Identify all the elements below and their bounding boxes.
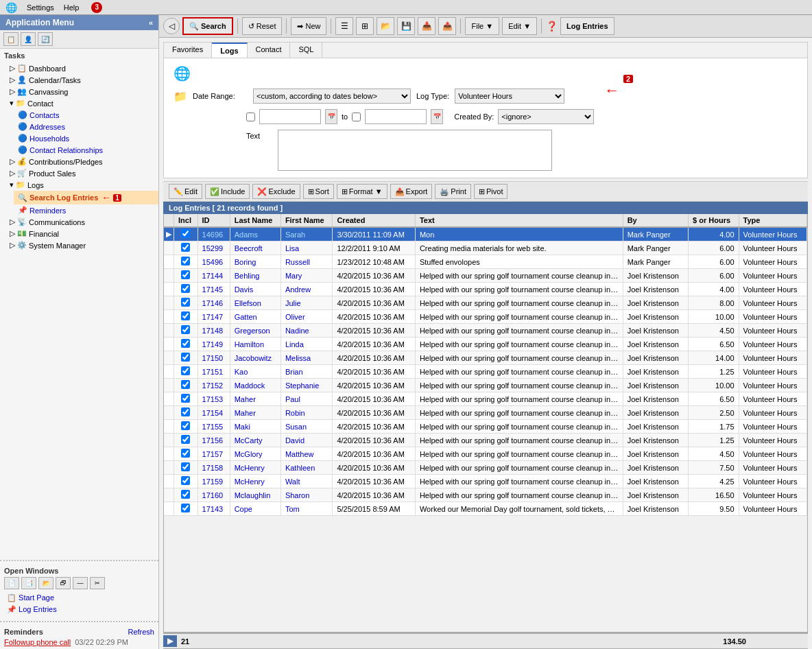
id-link[interactable]: 17159	[202, 477, 224, 486]
first-name-link[interactable]: Nadine	[285, 327, 309, 335]
cell-incl[interactable]	[174, 461, 198, 475]
table-row[interactable]: 17150 Jacobowitz Melissa 4/20/2015 10:36…	[164, 351, 807, 365]
search-button[interactable]: 🔍 Search	[182, 17, 233, 35]
row-checkbox[interactable]	[181, 339, 190, 348]
table-row[interactable]: 17147 Gatten Oliver 4/20/2015 10:36 AM H…	[164, 310, 807, 324]
view-save-btn[interactable]: 💾	[397, 17, 415, 35]
cell-last-name[interactable]: Beecroft	[230, 241, 280, 255]
first-name-link[interactable]: Tom	[285, 505, 300, 513]
first-name-link[interactable]: Lisa	[285, 244, 299, 252]
cell-id[interactable]: 17159	[198, 475, 230, 488]
open-win-start-page[interactable]: 📋 Start Page	[4, 592, 154, 604]
row-checkbox[interactable]	[181, 394, 190, 403]
last-name-link[interactable]: McGlory	[235, 450, 263, 458]
log-type-select[interactable]: Volunteer Hours Phone Call	[455, 88, 564, 104]
cell-first-name[interactable]: Walt	[280, 475, 333, 488]
last-name-link[interactable]: Adams	[235, 231, 258, 239]
table-row[interactable]: 17155 Maki Susan 4/20/2015 10:36 AM Help…	[164, 420, 807, 434]
first-name-link[interactable]: Kathleen	[285, 464, 315, 472]
col-incl[interactable]: Incl	[174, 214, 198, 227]
col-by[interactable]: By	[623, 214, 688, 227]
row-checkbox[interactable]	[181, 257, 190, 266]
id-link[interactable]: 17155	[202, 423, 224, 431]
sidebar-toolbar-btn-2[interactable]: 👤	[21, 32, 36, 46]
format-btn[interactable]: ⊞ Format ▼	[337, 184, 387, 199]
first-name-link[interactable]: Sharon	[285, 491, 309, 499]
table-row[interactable]: 17149 Hamilton Linda 4/20/2015 10:36 AM …	[164, 338, 807, 351]
cell-id[interactable]: 17158	[198, 461, 230, 475]
table-row[interactable]: 17153 Maher Paul 4/20/2015 10:36 AM Help…	[164, 392, 807, 406]
cell-first-name[interactable]: Julie	[280, 296, 333, 310]
cell-id[interactable]: 17154	[198, 406, 230, 420]
cell-last-name[interactable]: Gatten	[230, 310, 280, 324]
cell-last-name[interactable]: Kao	[230, 365, 280, 379]
col-id[interactable]: ID	[198, 214, 230, 227]
cell-first-name[interactable]: David	[280, 434, 333, 447]
cell-id[interactable]: 17148	[198, 324, 230, 338]
settings-menu-item[interactable]: Settings	[27, 3, 54, 12]
first-name-link[interactable]: Linda	[285, 340, 304, 349]
cell-first-name[interactable]: Kathleen	[280, 461, 333, 475]
row-checkbox[interactable]	[181, 366, 190, 375]
first-name-link[interactable]: Matthew	[285, 450, 314, 458]
cell-id[interactable]: 17152	[198, 379, 230, 392]
new-button[interactable]: ➡ New	[291, 17, 326, 35]
row-checkbox[interactable]	[181, 243, 190, 252]
back-button[interactable]: ◁	[163, 18, 180, 34]
table-row[interactable]: 17143 Cope Tom 5/25/2015 8:59 AM Worked …	[164, 502, 807, 516]
tree-item-contact[interactable]: ▾ 📁 Contact	[0, 97, 158, 109]
cell-first-name[interactable]: Sarah	[280, 227, 333, 241]
view-grid-btn[interactable]: ⊞	[356, 17, 374, 35]
table-row[interactable]: 17160 Mclaughlin Sharon 4/20/2015 10:36 …	[164, 488, 807, 502]
id-link[interactable]: 15299	[202, 244, 224, 252]
view-import-btn[interactable]: 📥	[418, 17, 435, 35]
cell-incl[interactable]	[174, 351, 198, 365]
tree-item-calendar[interactable]: ▷ 👤 Calendar/Tasks	[0, 74, 158, 86]
tree-item-search-log-entries[interactable]: 🔍 Search Log Entries ← 1	[14, 191, 158, 204]
contact-relationships-link[interactable]: Contact Relationships	[29, 146, 103, 154]
date-from-input[interactable]	[259, 109, 321, 124]
table-row[interactable]: 15496 Boring Russell 1/23/2012 10:48 AM …	[164, 255, 807, 269]
cell-incl[interactable]	[174, 283, 198, 296]
row-checkbox[interactable]	[181, 504, 190, 512]
first-name-link[interactable]: Stephanie	[285, 381, 320, 390]
row-checkbox[interactable]	[181, 435, 190, 444]
table-row[interactable]: 17154 Maher Robin 4/20/2015 10:36 AM Hel…	[164, 406, 807, 420]
first-name-link[interactable]: Russell	[285, 258, 310, 266]
first-name-link[interactable]: Robin	[285, 409, 305, 417]
cell-id[interactable]: 14696	[198, 227, 230, 241]
cell-incl[interactable]	[174, 406, 198, 420]
tab-favorites[interactable]: Favorites	[164, 43, 212, 58]
sidebar-collapse-btn[interactable]: «	[149, 19, 153, 27]
reminders-link[interactable]: Reminders	[29, 206, 66, 215]
tree-item-system-manager[interactable]: ▷ ⚙️ System Manager	[0, 239, 158, 251]
id-link[interactable]: 17153	[202, 395, 224, 403]
tree-item-contacts[interactable]: 🔵 Contacts	[14, 109, 158, 121]
start-page-link[interactable]: Start Page	[19, 593, 54, 602]
id-link[interactable]: 17144	[202, 272, 224, 280]
cell-first-name[interactable]: Lisa	[280, 241, 333, 255]
id-link[interactable]: 17160	[202, 491, 224, 499]
cell-id[interactable]: 17150	[198, 351, 230, 365]
cell-incl[interactable]	[174, 488, 198, 502]
table-row[interactable]: 17159 McHenry Walt 4/20/2015 10:36 AM He…	[164, 475, 807, 488]
log-entries-win-link[interactable]: Log Entries	[19, 605, 57, 613]
last-name-link[interactable]: Kao	[235, 368, 248, 376]
first-name-link[interactable]: Julie	[285, 299, 301, 307]
cell-incl[interactable]	[174, 310, 198, 324]
first-name-link[interactable]: Brian	[285, 368, 303, 376]
tree-item-reminders[interactable]: 📌 Reminders	[14, 204, 158, 216]
cell-incl[interactable]	[174, 392, 198, 406]
cell-id[interactable]: 17156	[198, 434, 230, 447]
cell-last-name[interactable]: Maher	[230, 406, 280, 420]
table-row[interactable]: 17151 Kao Brian 4/20/2015 10:36 AM Helpe…	[164, 365, 807, 379]
edit-btn[interactable]: ✏️ Edit	[169, 184, 202, 199]
cell-id[interactable]: 15496	[198, 255, 230, 269]
cell-incl[interactable]	[174, 420, 198, 434]
last-name-link[interactable]: Gregerson	[235, 327, 270, 335]
date-to-cal-btn[interactable]: 📅	[431, 109, 443, 124]
row-checkbox[interactable]	[181, 311, 190, 320]
table-row[interactable]: ▶ 14696 Adams Sarah 3/30/2011 11:09 AM M…	[164, 227, 807, 241]
cell-first-name[interactable]: Susan	[280, 420, 333, 434]
cell-last-name[interactable]: Davis	[230, 283, 280, 296]
